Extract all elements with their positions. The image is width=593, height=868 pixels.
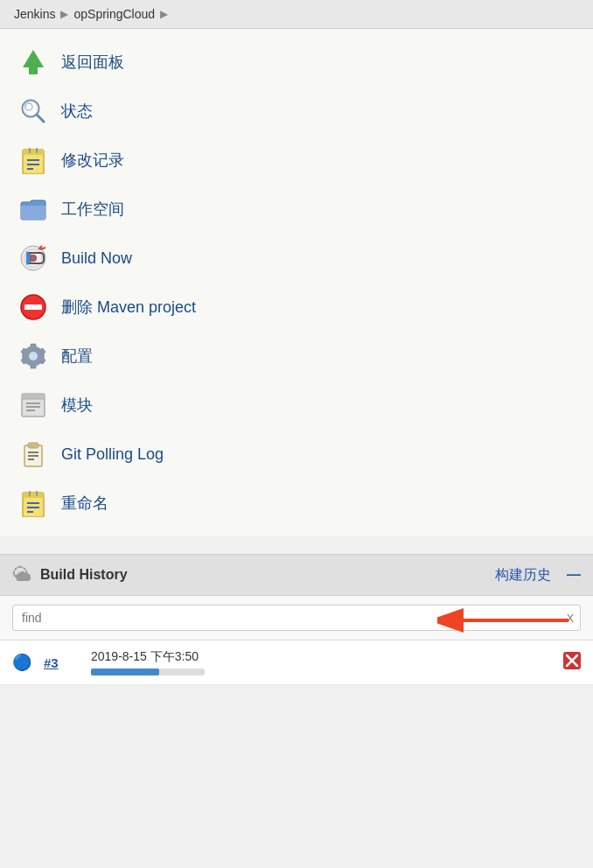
svg-rect-7 [23, 150, 44, 155]
svg-rect-1 [29, 67, 38, 74]
menu-item-config[interactable]: 配置 [0, 332, 593, 381]
changelog-label: 修改记录 [61, 150, 124, 171]
build-history-title: Build History [40, 567, 486, 583]
menu-item-git-polling-log[interactable]: Git Polling Log [0, 430, 593, 479]
build-now-icon [17, 242, 49, 274]
breadcrumb-arrow-1: ▶ [60, 8, 68, 20]
modules-label: 模块 [61, 395, 93, 416]
delete-icon [563, 652, 581, 669]
menu-item-delete-maven[interactable]: 删除 Maven project [0, 283, 593, 332]
svg-line-5 [37, 115, 44, 122]
breadcrumb-opspringcloud[interactable]: opSpringCloud [73, 7, 155, 21]
build-history-header: 🌥 Build History 构建历史 — [0, 555, 593, 596]
build-entry: 🔵 #3 2019-8-15 下午3:50 [0, 640, 593, 685]
menu-item-rename[interactable]: 重命名 [0, 479, 593, 528]
workspace-label: 工作空间 [61, 199, 124, 220]
delete-maven-label: 删除 Maven project [61, 297, 196, 318]
build-history-link[interactable]: 构建历史 [495, 566, 551, 584]
menu-item-workspace[interactable]: 工作空间 [0, 185, 593, 234]
git-polling-log-label: Git Polling Log [61, 445, 164, 464]
build-history-section: 🌥 Build History 构建历史 — x 🔵 #3 [0, 554, 593, 685]
config-label: 配置 [61, 346, 93, 367]
build-progress-bar [91, 668, 159, 676]
build-now-label: Build Now [61, 249, 132, 268]
folder-icon [17, 193, 49, 225]
breadcrumb-arrow-2: ▶ [160, 8, 168, 20]
build-number-link[interactable]: #3 [44, 655, 79, 670]
build-info: 2019-8-15 下午3:50 [91, 649, 551, 676]
svg-rect-20 [24, 304, 42, 310]
no-entry-icon [17, 291, 49, 323]
build-delete-button[interactable] [563, 652, 581, 674]
clipboard-icon [17, 438, 49, 470]
rename-label: 重命名 [61, 493, 108, 514]
back-panel-label: 返回面板 [61, 52, 124, 73]
build-status-icon: 🔵 [12, 653, 31, 672]
svg-rect-34 [23, 493, 44, 498]
menu-item-modules[interactable]: 模块 [0, 381, 593, 430]
breadcrumb-jenkins[interactable]: Jenkins [14, 7, 55, 21]
build-history-cloud-icon: 🌥 [12, 564, 31, 586]
svg-rect-23 [22, 394, 45, 399]
build-progress-bar-container [91, 668, 205, 676]
svg-marker-0 [23, 50, 44, 67]
svg-rect-29 [28, 443, 38, 448]
gear-icon [17, 340, 49, 372]
main-content: 返回面板 状态 修改记录 [0, 29, 593, 536]
up-arrow-icon [17, 46, 49, 78]
build-time: 2019-8-15 下午3:50 [91, 649, 551, 665]
magnifier-icon [17, 95, 49, 127]
menu-item-build-now[interactable]: Build Now [0, 234, 593, 283]
notepad-icon [17, 144, 49, 176]
red-arrow [437, 607, 577, 651]
module-icon [17, 389, 49, 421]
menu-item-back-panel[interactable]: 返回面板 [0, 38, 593, 87]
menu-item-status[interactable]: 状态 [0, 87, 593, 136]
breadcrumb: Jenkins ▶ opSpringCloud ▶ [0, 0, 593, 29]
rename-icon [17, 487, 49, 519]
status-label: 状态 [61, 101, 93, 122]
build-history-dash: — [567, 567, 581, 583]
svg-point-21 [29, 352, 38, 360]
menu-item-changelog[interactable]: 修改记录 [0, 136, 593, 185]
